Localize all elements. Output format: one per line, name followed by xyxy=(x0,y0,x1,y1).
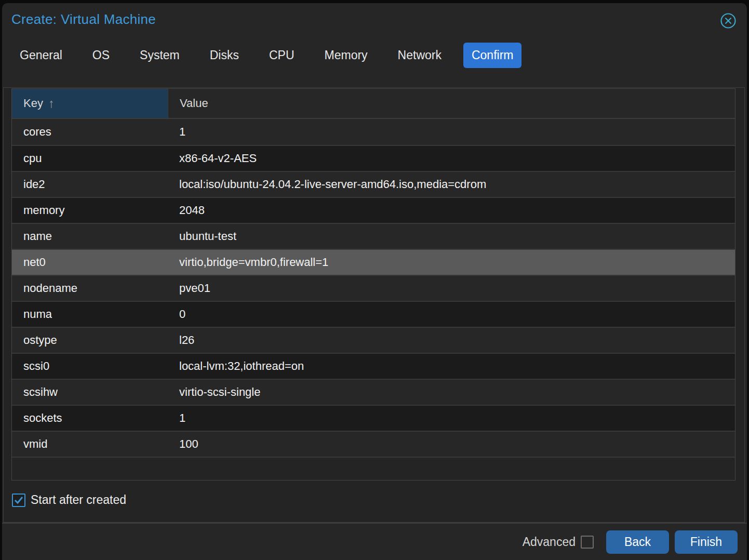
grid-empty-space xyxy=(12,457,735,480)
table-row[interactable]: memory 2048 xyxy=(12,197,735,223)
row-key: memory xyxy=(12,198,168,223)
row-value: 0 xyxy=(168,302,735,327)
tab-system[interactable]: System xyxy=(131,43,188,68)
row-key: cpu xyxy=(12,146,168,171)
table-row-selected[interactable]: net0 virtio,bridge=vmbr0,firewall=1 xyxy=(12,249,735,275)
tab-disks[interactable]: Disks xyxy=(202,43,247,68)
row-value: 1 xyxy=(168,119,735,145)
sort-asc-arrow-icon: ↑ xyxy=(48,96,55,111)
row-value: virtio-scsi-single xyxy=(168,380,735,405)
table-row[interactable]: scsihw virtio-scsi-single xyxy=(12,379,735,405)
row-value: pve01 xyxy=(168,276,735,301)
start-after-created-label: Start after created xyxy=(31,493,126,507)
table-row[interactable]: nodename pve01 xyxy=(12,275,735,301)
close-icon[interactable] xyxy=(720,12,737,29)
table-row[interactable]: scsi0 local-lvm:32,iothread=on xyxy=(12,353,735,379)
row-value: ubuntu-test xyxy=(168,224,735,249)
row-key: ostype xyxy=(12,328,168,353)
table-row[interactable]: ostype l26 xyxy=(12,327,735,353)
grid-body: cores 1 cpu x86-64-v2-AES ide2 local:iso… xyxy=(12,119,735,480)
row-key: numa xyxy=(12,302,168,327)
value-header-label: Value xyxy=(180,97,208,110)
row-value: x86-64-v2-AES xyxy=(168,146,735,171)
tab-cpu[interactable]: CPU xyxy=(261,43,303,68)
row-value: 2048 xyxy=(168,198,735,223)
grid-header: Key ↑ Value xyxy=(12,89,735,119)
key-header-label: Key xyxy=(23,97,43,110)
create-vm-dialog: Create: Virtual Machine General OS Syste… xyxy=(2,3,747,560)
table-row[interactable]: ide2 local:iso/ubuntu-24.04.2-live-serve… xyxy=(12,171,735,197)
table-row[interactable]: sockets 1 xyxy=(12,405,735,431)
table-row[interactable]: name ubuntu-test xyxy=(12,223,735,249)
row-key: net0 xyxy=(12,250,168,275)
wizard-tabbar: General OS System Disks CPU Memory Netwo… xyxy=(11,43,521,68)
checked-checkbox-icon[interactable] xyxy=(12,494,25,507)
row-value: l26 xyxy=(168,328,735,353)
row-key: ide2 xyxy=(12,172,168,197)
column-header-key[interactable]: Key ↑ xyxy=(12,89,168,118)
row-key: name xyxy=(12,224,168,249)
tab-network[interactable]: Network xyxy=(390,43,450,68)
row-key: cores xyxy=(12,119,168,145)
table-row[interactable]: cores 1 xyxy=(12,119,735,145)
tab-general[interactable]: General xyxy=(11,43,71,68)
row-value: local:iso/ubuntu-24.04.2-live-server-amd… xyxy=(168,172,735,197)
column-header-value[interactable]: Value xyxy=(168,89,735,118)
row-key: vmid xyxy=(12,432,168,457)
start-after-created-checkbox[interactable]: Start after created xyxy=(12,493,126,507)
confirm-panel: Key ↑ Value cores 1 cpu x86-64-v2-AES id… xyxy=(3,87,745,523)
tab-os[interactable]: OS xyxy=(84,43,118,68)
row-key: scsihw xyxy=(12,380,168,405)
row-value: virtio,bridge=vmbr0,firewall=1 xyxy=(168,250,735,275)
footer-toolbar: Advanced Back Finish xyxy=(2,523,747,560)
row-key: sockets xyxy=(12,406,168,431)
advanced-checkbox[interactable] xyxy=(581,536,594,549)
tab-confirm[interactable]: Confirm xyxy=(463,43,522,68)
back-button[interactable]: Back xyxy=(606,530,669,554)
row-value: local-lvm:32,iothread=on xyxy=(168,354,735,379)
row-value: 100 xyxy=(168,432,735,457)
advanced-label: Advanced xyxy=(523,535,576,549)
row-key: scsi0 xyxy=(12,354,168,379)
settings-grid: Key ↑ Value cores 1 cpu x86-64-v2-AES id… xyxy=(11,88,735,481)
dialog-title: Create: Virtual Machine xyxy=(11,11,156,28)
row-value: 1 xyxy=(168,406,735,431)
row-key: nodename xyxy=(12,276,168,301)
table-row[interactable]: vmid 100 xyxy=(12,431,735,457)
table-row[interactable]: numa 0 xyxy=(12,301,735,327)
tab-memory[interactable]: Memory xyxy=(316,43,376,68)
table-row[interactable]: cpu x86-64-v2-AES xyxy=(12,145,735,171)
finish-button[interactable]: Finish xyxy=(675,530,738,554)
